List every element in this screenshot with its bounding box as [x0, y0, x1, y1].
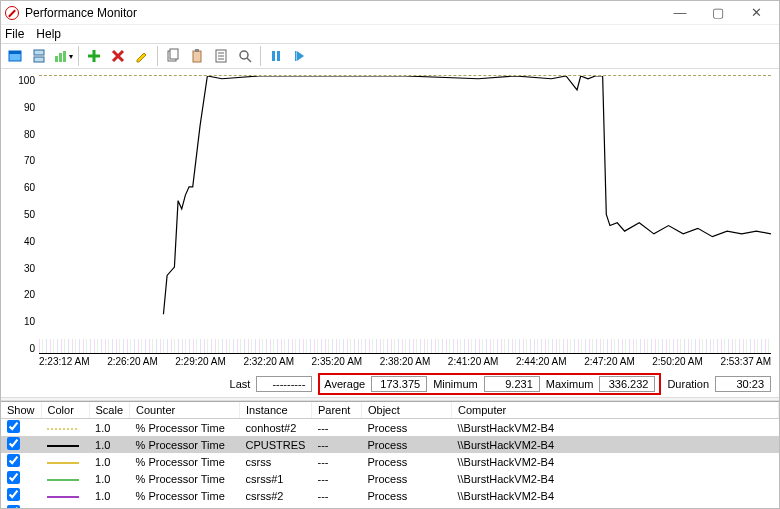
maximize-button[interactable]: ▢ [699, 1, 737, 25]
menu-bar: File Help [1, 25, 779, 43]
y-tick: 20 [24, 289, 35, 300]
counter-cell: % Processor Time [130, 470, 240, 487]
col-instance[interactable]: Instance [240, 402, 312, 419]
maximum-label: Maximum [546, 378, 594, 390]
chart-svg [39, 76, 771, 353]
col-parent[interactable]: Parent [311, 402, 361, 419]
x-axis: 2:23:12 AM2:26:20 AM2:29:20 AM2:32:20 AM… [39, 354, 771, 367]
scale-cell: 1.0 [89, 470, 130, 487]
svg-rect-18 [277, 51, 280, 61]
parent-cell: --- [311, 487, 361, 504]
col-object[interactable]: Object [361, 402, 451, 419]
svg-rect-19 [295, 51, 297, 61]
x-tick: 2:35:20 AM [312, 356, 363, 367]
maximum-value: 336.232 [599, 376, 655, 392]
svg-rect-5 [59, 53, 62, 62]
svg-line-16 [247, 58, 251, 62]
parent-cell: --- [311, 419, 361, 437]
minimize-button[interactable]: — [661, 1, 699, 25]
computer-cell: \\BurstHackVM2-B4 [451, 436, 778, 453]
computer-cell: \\BurstHackVM2-B4 [451, 419, 778, 437]
duration-value: 30:23 [715, 376, 771, 392]
duration-label: Duration [667, 378, 709, 390]
y-axis: 1009080706050403020100 [9, 75, 39, 354]
highlight-button[interactable] [131, 45, 153, 67]
x-tick: 2:41:20 AM [448, 356, 499, 367]
table-row[interactable]: 1.0% Processor TimeCPUSTRES---Process\\B… [1, 436, 779, 453]
col-computer[interactable]: Computer [451, 402, 778, 419]
y-tick: 60 [24, 182, 35, 193]
copy-button[interactable] [162, 45, 184, 67]
counter-list-scroll[interactable]: Show Color Scale Counter Instance Parent… [1, 402, 779, 508]
x-tick: 2:29:20 AM [175, 356, 226, 367]
scale-cell: 1.0 [89, 419, 130, 437]
zoom-button[interactable] [234, 45, 256, 67]
y-tick: 30 [24, 263, 35, 274]
highlighted-stats: Average 173.375 Minimum 9.231 Maximum 33… [318, 373, 661, 395]
col-show[interactable]: Show [1, 402, 41, 419]
instance-cell: conhost#2 [240, 419, 312, 437]
menu-file[interactable]: File [5, 27, 24, 41]
counter-cell: % Processor Time [130, 487, 240, 504]
view-current-button[interactable] [4, 45, 26, 67]
close-button[interactable]: ✕ [737, 1, 775, 25]
menu-help[interactable]: Help [36, 27, 61, 41]
svg-rect-6 [63, 51, 66, 62]
show-checkbox[interactable] [7, 471, 20, 484]
paste-button[interactable] [186, 45, 208, 67]
svg-rect-8 [170, 49, 178, 59]
table-row[interactable]: 1.0% Processor Timeconhost#2---Process\\… [1, 419, 779, 437]
properties-button[interactable] [210, 45, 232, 67]
show-checkbox[interactable] [7, 454, 20, 467]
chart-type-button[interactable]: ▾ [52, 45, 74, 67]
title-bar: Performance Monitor — ▢ ✕ [1, 1, 779, 25]
minimum-value: 9.231 [484, 376, 540, 392]
show-checkbox[interactable] [7, 488, 20, 501]
computer-cell: \\BurstHackVM2-B4 [451, 487, 778, 504]
object-cell: Process [361, 504, 451, 508]
x-tick: 2:50:20 AM [652, 356, 703, 367]
x-tick: 2:32:20 AM [243, 356, 294, 367]
counter-cell: % Processor Time [130, 419, 240, 437]
x-tick: 2:26:20 AM [107, 356, 158, 367]
object-cell: Process [361, 419, 451, 437]
update-button[interactable] [289, 45, 311, 67]
show-checkbox[interactable] [7, 437, 20, 450]
average-value: 173.375 [371, 376, 427, 392]
delete-counter-button[interactable] [107, 45, 129, 67]
x-tick: 2:23:12 AM [39, 356, 90, 367]
x-tick: 2:44:20 AM [516, 356, 567, 367]
x-tick: 2:38:20 AM [380, 356, 431, 367]
show-checkbox[interactable] [7, 420, 20, 433]
freeze-button[interactable] [265, 45, 287, 67]
parent-cell: --- [311, 453, 361, 470]
parent-cell: --- [311, 470, 361, 487]
computer-cell: \\BurstHackVM2-B4 [451, 470, 778, 487]
y-tick: 40 [24, 236, 35, 247]
last-label: Last [230, 378, 251, 390]
show-checkbox[interactable] [7, 505, 20, 508]
y-tick: 90 [24, 102, 35, 113]
table-row[interactable]: 1.0% Processor Timecsrss---Process\\Burs… [1, 453, 779, 470]
svg-rect-10 [195, 49, 199, 52]
object-cell: Process [361, 453, 451, 470]
chart-plot[interactable] [39, 75, 771, 354]
y-tick: 70 [24, 155, 35, 166]
object-cell: Process [361, 436, 451, 453]
minimum-label: Minimum [433, 378, 478, 390]
col-scale[interactable]: Scale [89, 402, 130, 419]
scale-cell: 1.0 [89, 504, 130, 508]
instance-cell: dllhost [240, 504, 312, 508]
instance-cell: csrss [240, 453, 312, 470]
svg-rect-17 [272, 51, 275, 61]
col-counter[interactable]: Counter [130, 402, 240, 419]
table-row[interactable]: 1.0% Processor Timecsrss#2---Process\\Bu… [1, 487, 779, 504]
chart-area: 1009080706050403020100 2:23:12 AM2:26:20… [1, 69, 779, 369]
col-color[interactable]: Color [41, 402, 89, 419]
server-button[interactable] [28, 45, 50, 67]
counter-cell: % Processor Time [130, 436, 240, 453]
table-row[interactable]: 1.0% Processor Timecsrss#1---Process\\Bu… [1, 470, 779, 487]
add-counter-button[interactable] [83, 45, 105, 67]
toolbar: ▾ [1, 43, 779, 69]
table-row[interactable]: 1.0% Processor Timedllhost---Process\\Bu… [1, 504, 779, 508]
